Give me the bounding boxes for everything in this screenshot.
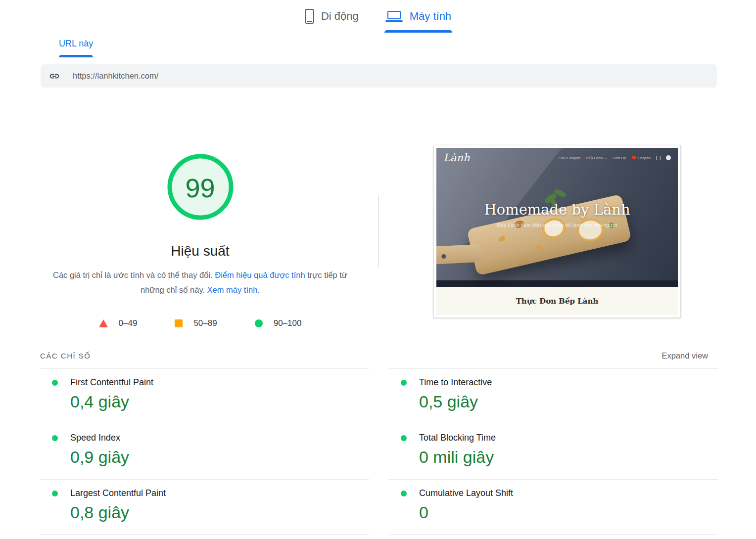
calculator-link[interactable]: Điểm hiệu quả được tính — [215, 270, 305, 279]
metric-value: 0 mili giây — [419, 448, 718, 467]
metric-first-contentful-paint: First Contentful Paint 0,4 giây — [40, 368, 369, 424]
pass-dot-icon — [52, 491, 58, 496]
metric-label: Cumulative Layout Shift — [419, 488, 513, 498]
site-hero-preview: Lành Câu Chuyện Bếp Lành ⌄ Liên Hệ Engli… — [436, 148, 678, 287]
metrics-header: CÁC CHỈ SỐ Expand view — [40, 351, 708, 360]
performance-summary: 99 Hiệu suất Các giá trị chỉ là ước tính… — [22, 145, 378, 328]
link-icon — [49, 71, 60, 82]
tab-mobile-label: Di động — [321, 10, 359, 23]
metric-total-blocking-time: Total Blocking Time 0 mili giây — [389, 424, 718, 479]
url-bar: https://lanhkitchen.com/ — [41, 64, 717, 88]
metric-value: 0,5 giây — [419, 392, 718, 411]
device-tabs: Di động Máy tính — [0, 0, 756, 33]
site-menu-strip: Thực Đơn Bếp Lành — [436, 287, 678, 315]
metrics-title: CÁC CHỈ SỐ — [40, 352, 91, 360]
pass-dot-icon — [52, 380, 58, 386]
metric-value: 0,8 giây — [70, 503, 369, 522]
pass-dot-icon — [401, 435, 407, 441]
legend-pass-range: 90–100 — [274, 318, 302, 328]
flag-icon — [632, 156, 636, 159]
performance-score: 99 — [165, 152, 236, 224]
expand-view-button[interactable]: Expand view — [662, 351, 708, 360]
pass-dot-icon — [52, 435, 58, 441]
score-legend: 0–49 50–89 90–100 — [22, 318, 378, 328]
instagram-icon — [656, 156, 661, 160]
disclaimer-text: Các giá trị chỉ là ước tính và có thể th… — [46, 268, 355, 297]
legend-average-range: 50–89 — [193, 318, 217, 328]
laptop-icon — [385, 11, 403, 22]
performance-label: Hiệu suất — [22, 243, 378, 259]
site-nav-item: Bếp Lành ⌄ — [586, 156, 607, 160]
site-menu-title: Thực Đơn Bếp Lành — [516, 297, 599, 306]
phone-icon — [305, 9, 314, 24]
metric-speed-index: Speed Index 0,9 giây — [40, 424, 369, 479]
metric-value: 0,4 giây — [70, 392, 369, 411]
legend-pass: 90–100 — [255, 318, 302, 328]
tab-this-url[interactable]: URL này — [59, 39, 93, 57]
page-screenshot-thumbnail[interactable]: Lành Câu Chuyện Bếp Lành ⌄ Liên Hệ Engli… — [433, 145, 681, 318]
metric-label: Speed Index — [70, 433, 120, 443]
site-header-preview: Lành Câu Chuyện Bếp Lành ⌄ Liên Hệ Engli… — [436, 148, 678, 168]
fail-triangle-icon — [99, 319, 108, 327]
report-container: URL này https://lanhkitchen.com/ 99 Hiệu… — [22, 33, 733, 539]
site-nav: Câu Chuyện Bếp Lành ⌄ Liên Hệ English — [559, 155, 671, 160]
site-hero-title: Homemade by Lành — [436, 201, 678, 218]
tab-this-url-label: URL này — [59, 39, 93, 48]
site-nav-item: Liên Hệ — [613, 156, 626, 160]
metric-label: Total Blocking Time — [419, 433, 496, 443]
vertical-divider — [378, 195, 379, 268]
metrics-grid: First Contentful Paint 0,4 giây Time to … — [40, 368, 718, 535]
analyzed-url: https://lanhkitchen.com/ — [73, 71, 158, 81]
pass-dot-icon — [401, 491, 407, 496]
pass-dot-icon — [401, 380, 407, 386]
tab-desktop[interactable]: Máy tính — [384, 0, 452, 33]
metric-label: Largest Contentful Paint — [70, 488, 166, 498]
performance-gauge[interactable]: 99 — [165, 152, 236, 224]
disclaimer-part1: Các giá trị chỉ là ước tính và có thể th… — [53, 270, 215, 279]
metric-largest-contentful-paint: Largest Contentful Paint 0,8 giây — [40, 479, 369, 535]
site-logo: Lành — [443, 152, 470, 164]
average-square-icon — [175, 319, 183, 327]
view-desktop-link[interactable]: Xem máy tính. — [207, 285, 260, 294]
metric-time-to-interactive: Time to Interactive 0,5 giây — [389, 368, 718, 424]
metric-label: Time to Interactive — [419, 377, 492, 388]
site-hero-subtitle: Bếp Lành đem đến sức khỏe tốt lành cho m… — [436, 222, 678, 228]
metric-value: 0 — [419, 503, 718, 522]
legend-fail-range: 0–49 — [119, 318, 138, 328]
legend-fail: 0–49 — [99, 318, 138, 328]
tab-mobile[interactable]: Di động — [304, 0, 360, 33]
metric-label: First Contentful Paint — [70, 377, 153, 388]
site-nav-language: English — [632, 156, 651, 160]
avatar-circle-icon — [666, 155, 671, 160]
site-nav-item: Câu Chuyện — [559, 156, 580, 160]
tab-desktop-label: Máy tính — [410, 10, 451, 23]
pass-circle-icon — [255, 319, 263, 327]
legend-average: 50–89 — [175, 318, 217, 328]
metric-cumulative-layout-shift: Cumulative Layout Shift 0 — [389, 479, 718, 535]
metric-value: 0,9 giây — [70, 448, 369, 467]
